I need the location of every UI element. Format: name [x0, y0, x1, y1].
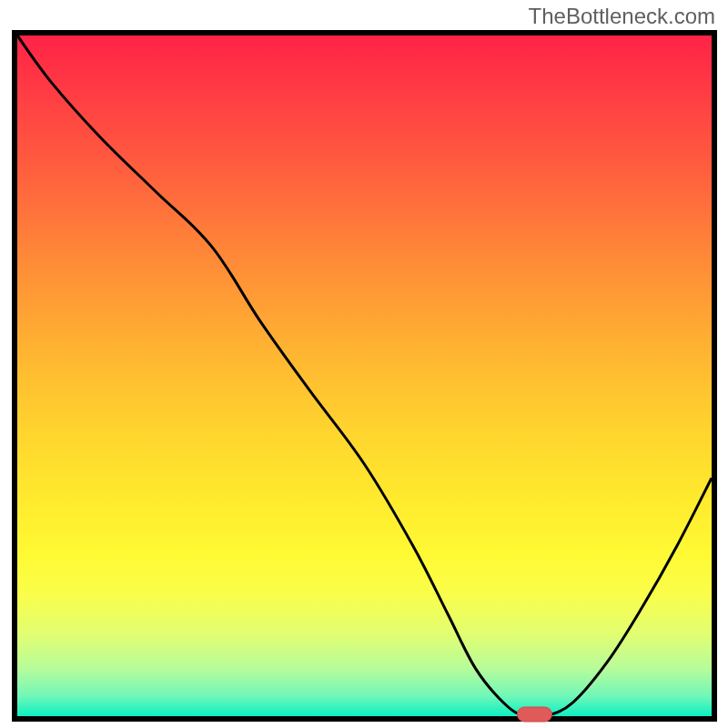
optimum-marker — [517, 707, 551, 722]
chart-container: TheBottleneck.com — [0, 0, 728, 728]
watermark-text: TheBottleneck.com — [529, 4, 715, 29]
curve-svg — [17, 35, 712, 716]
bottleneck-curve — [17, 35, 712, 718]
plot-frame — [12, 30, 717, 722]
